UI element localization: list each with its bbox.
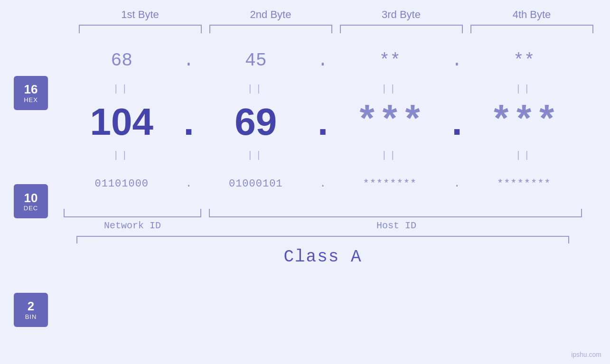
byte-header-1: 1st Byte: [75, 9, 206, 24]
sep-1: ||: [62, 84, 182, 94]
bin-val-1: 01101000: [94, 178, 149, 190]
badge-bin-label: BIN: [25, 313, 37, 320]
host-id-label: Host ID: [209, 220, 584, 231]
bracket-4: [470, 25, 593, 33]
badge-bin-num: 2: [28, 299, 34, 313]
sep-7: ||: [330, 150, 450, 161]
dec-val-1: 104: [90, 100, 153, 144]
byte-header-3: 3rd Byte: [336, 9, 467, 24]
sep-8: ||: [464, 150, 584, 161]
dec-dot-2: .: [316, 100, 330, 144]
main-container: 1st Byte 2nd Byte 3rd Byte 4th Byte 16 H…: [0, 0, 610, 364]
dec-cell-2: 69: [196, 100, 316, 144]
hex-cell-2: 45: [196, 50, 316, 71]
hex-val-3: **: [379, 50, 401, 71]
host-bracket: [209, 209, 582, 217]
bin-cell-3: ********: [330, 178, 450, 190]
hex-val-1: 68: [111, 50, 132, 71]
dec-dot-3: .: [450, 100, 464, 144]
hex-dot-1: .: [182, 50, 196, 71]
sep-3: ||: [330, 84, 450, 94]
hex-cell-1: 68: [62, 50, 182, 71]
hex-cell-4: **: [464, 50, 584, 71]
byte-header-2: 2nd Byte: [206, 9, 336, 24]
bin-cell-1: 01101000: [62, 178, 182, 190]
dec-val-4: ***: [490, 101, 558, 144]
byte-header-4: 4th Byte: [467, 9, 597, 24]
badges-column: 16 HEX 10 DEC 2 BIN: [0, 39, 62, 364]
hex-cell-3: **: [330, 50, 450, 71]
bin-val-4: ********: [497, 178, 551, 190]
class-bracket: [76, 236, 569, 243]
network-id-label: Network ID: [64, 220, 201, 231]
sep-5: ||: [62, 150, 182, 161]
hex-dot-2: .: [316, 50, 330, 71]
bin-row: 01101000 . 01000101 . ******** .: [62, 162, 584, 205]
bin-cell-2: 01000101: [196, 178, 316, 190]
badge-hex-label: HEX: [24, 96, 38, 103]
dec-cell-4: ***: [464, 101, 584, 144]
network-bracket: [64, 209, 201, 217]
hex-dot-3: .: [450, 50, 464, 71]
hex-val-2: 45: [245, 50, 267, 71]
badge-dec-num: 10: [24, 191, 38, 205]
sep-2: ||: [196, 84, 316, 94]
dec-row: 104 . 69 . *** . ***: [62, 96, 584, 148]
badge-bin: 2 BIN: [14, 293, 48, 327]
sep-row-2: || || || ||: [62, 148, 584, 162]
bin-dot-1: .: [182, 178, 196, 190]
dec-cell-3: ***: [330, 101, 450, 144]
sep-4: ||: [464, 84, 584, 94]
sep-row-1: || || || ||: [62, 82, 584, 96]
bin-dot-3: .: [450, 178, 464, 190]
bin-val-3: ********: [363, 178, 417, 190]
bracket-2: [209, 25, 332, 33]
dec-dot-1: .: [182, 100, 196, 144]
hex-row: 68 . 45 . ** . **: [62, 39, 584, 82]
class-label: Class A: [62, 247, 584, 267]
watermark: ipshu.com: [571, 351, 601, 358]
bin-cell-4: ********: [464, 178, 584, 190]
badge-dec: 10 DEC: [14, 184, 48, 218]
badge-hex: 16 HEX: [14, 76, 48, 110]
bracket-1: [79, 25, 202, 33]
dec-cell-1: 104: [62, 100, 182, 144]
dec-val-3: ***: [356, 101, 424, 144]
sep-6: ||: [196, 150, 316, 161]
bin-dot-2: .: [316, 178, 330, 190]
bracket-3: [340, 25, 463, 33]
badge-hex-num: 16: [24, 83, 38, 96]
badge-dec-label: DEC: [24, 205, 38, 212]
dec-val-2: 69: [235, 100, 277, 144]
hex-val-4: **: [513, 50, 535, 71]
bin-val-2: 01000101: [229, 178, 283, 190]
